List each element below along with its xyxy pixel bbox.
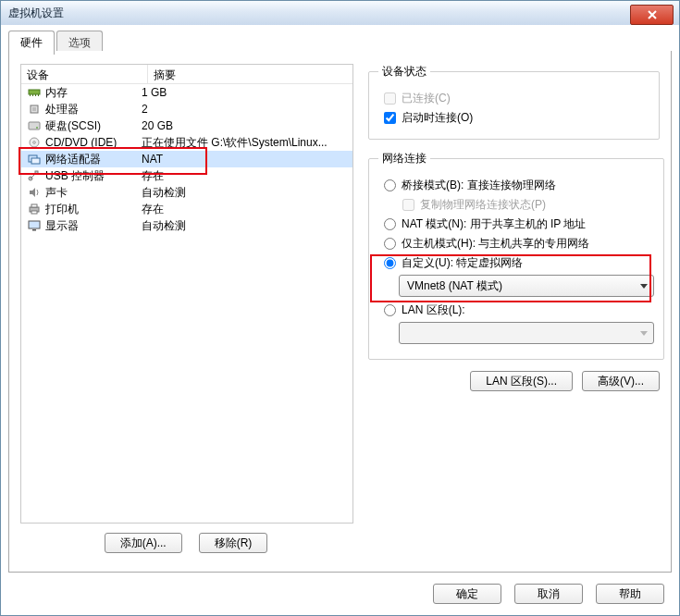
sound-icon [27, 186, 42, 199]
ok-button[interactable]: 确定 [433, 584, 501, 604]
usb-icon [27, 169, 42, 182]
replicate-checkbox [402, 199, 414, 211]
display-icon [27, 219, 42, 232]
svg-rect-12 [31, 158, 40, 164]
svg-rect-4 [38, 94, 39, 96]
svg-rect-14 [35, 171, 38, 174]
device-row[interactable]: 网络适配器NAT [21, 151, 352, 167]
connect-on-power-checkbox[interactable] [384, 112, 396, 124]
add-button[interactable]: 添加(A)... [105, 533, 182, 553]
bridged-radio-row[interactable]: 桥接模式(B): 直接连接物理网络 [384, 178, 654, 193]
device-row[interactable]: 打印机存在 [21, 201, 352, 217]
lan-segments-button[interactable]: LAN 区段(S)... [470, 371, 573, 391]
device-status-group: 设备状态 已连接(C) 启动时连接(O) [368, 64, 660, 140]
window-title: 虚拟机设置 [8, 6, 64, 21]
custom-network-combo[interactable]: VMnet8 (NAT 模式) [399, 275, 654, 297]
title-bar: 虚拟机设置 [1, 1, 679, 26]
nat-radio-row[interactable]: NAT 模式(N): 用于共享主机的 IP 地址 [384, 216, 654, 232]
device-summary: 自动检测 [136, 185, 352, 201]
col-summary[interactable]: 摘要 [148, 65, 352, 83]
replicate-label: 复制物理网络连接状态(P) [420, 197, 546, 213]
device-row[interactable]: 处理器2 [21, 101, 352, 117]
svg-rect-17 [31, 211, 37, 214]
nat-radio[interactable] [384, 218, 396, 230]
svg-rect-16 [31, 204, 37, 207]
device-row[interactable]: CD/DVD (IDE)正在使用文件 G:\软件\System\Linux... [21, 134, 352, 151]
lan-segment-radio-row[interactable]: LAN 区段(L): [384, 302, 654, 318]
col-device[interactable]: 设备 [21, 65, 148, 83]
custom-radio-row[interactable]: 自定义(U): 特定虚拟网络 [384, 255, 654, 271]
right-pane: 设备状态 已连接(C) 启动时连接(O) 网络连接 桥接模式( [368, 64, 660, 559]
connected-checkbox [384, 92, 396, 105]
network-connection-legend: 网络连接 [378, 151, 430, 166]
remove-button[interactable]: 移除(R) [199, 533, 268, 553]
help-button[interactable]: 帮助 [596, 584, 664, 604]
dialog-buttons: 确定 取消 帮助 [433, 584, 664, 604]
bridged-label: 桥接模式(B): 直接连接物理网络 [402, 178, 556, 193]
device-summary: 存在 [136, 202, 352, 217]
connected-checkbox-row: 已连接(C) [384, 91, 649, 106]
device-summary: NAT [136, 153, 352, 166]
nat-label: NAT 模式(N): 用于共享主机的 IP 地址 [402, 216, 586, 232]
svg-rect-2 [32, 94, 33, 96]
vm-settings-dialog: 虚拟机设置 硬件 选项 设备 摘要 内存1 GB处理器2硬盘(SCSI)20 G… [0, 0, 680, 616]
device-row[interactable]: 硬盘(SCSI)20 GB [21, 117, 352, 134]
cancel-button[interactable]: 取消 [514, 584, 583, 604]
tab-hardware[interactable]: 硬件 [8, 31, 55, 55]
device-name: 网络适配器 [45, 152, 136, 167]
printer-icon [27, 203, 42, 216]
custom-radio[interactable] [384, 257, 396, 269]
lan-segment-label: LAN 区段(L): [402, 302, 465, 318]
svg-rect-3 [35, 94, 36, 96]
hostonly-label: 仅主机模式(H): 与主机共享的专用网络 [402, 236, 589, 252]
device-row[interactable]: USB 控制器存在 [21, 167, 352, 184]
svg-rect-19 [32, 229, 36, 231]
svg-point-10 [33, 142, 36, 144]
cpu-icon [27, 103, 42, 116]
device-summary: 2 [136, 103, 352, 116]
device-list: 设备 摘要 内存1 GB处理器2硬盘(SCSI)20 GBCD/DVD (IDE… [20, 64, 353, 524]
device-name: 打印机 [45, 202, 136, 217]
device-summary: 存在 [136, 168, 352, 184]
device-buttons: 添加(A)... 移除(R) [20, 533, 352, 559]
net-icon [27, 153, 42, 166]
right-buttons: LAN 区段(S)... 高级(V)... [368, 371, 660, 391]
device-summary: 20 GB [136, 119, 352, 132]
memory-icon [27, 86, 42, 99]
device-name: 内存 [45, 85, 136, 101]
device-status-legend: 设备状态 [378, 64, 430, 80]
svg-rect-7 [29, 122, 40, 129]
bridged-radio[interactable] [384, 179, 396, 191]
connect-on-power-row[interactable]: 启动时连接(O) [384, 110, 649, 126]
lan-segment-radio[interactable] [384, 304, 396, 316]
connect-on-power-label: 启动时连接(O) [402, 110, 473, 126]
device-row[interactable]: 内存1 GB [21, 84, 352, 101]
svg-rect-6 [32, 107, 36, 111]
device-name: 声卡 [45, 185, 136, 201]
close-button[interactable] [630, 5, 674, 25]
lan-segment-combo [399, 322, 654, 344]
svg-rect-18 [29, 221, 40, 228]
custom-network-value: VMnet8 (NAT 模式) [407, 278, 502, 294]
connected-label: 已连接(C) [402, 91, 451, 106]
chevron-down-icon [640, 284, 648, 289]
device-summary: 正在使用文件 G:\软件\System\Linux... [136, 135, 352, 151]
hostonly-radio[interactable] [384, 238, 396, 250]
network-connection-group: 网络连接 桥接模式(B): 直接连接物理网络 复制物理网络连接状态(P) NAT… [368, 151, 664, 360]
replicate-checkbox-row: 复制物理网络连接状态(P) [402, 197, 654, 213]
device-row[interactable]: 声卡自动检测 [21, 184, 352, 201]
column-headers: 设备 摘要 [21, 65, 352, 84]
advanced-button[interactable]: 高级(V)... [582, 371, 660, 391]
device-summary: 自动检测 [136, 218, 352, 234]
cd-icon [27, 136, 42, 149]
chevron-down-icon [640, 331, 648, 336]
svg-rect-1 [30, 94, 31, 96]
close-icon [647, 10, 658, 19]
device-name: 处理器 [45, 102, 136, 117]
hostonly-radio-row[interactable]: 仅主机模式(H): 与主机共享的专用网络 [384, 236, 654, 252]
device-summary: 1 GB [136, 86, 352, 99]
device-name: 显示器 [45, 218, 136, 234]
device-row[interactable]: 显示器自动检测 [21, 217, 352, 234]
device-name: USB 控制器 [45, 168, 136, 184]
client-area: 硬件 选项 设备 摘要 内存1 GB处理器2硬盘(SCSI)20 GBCD/DV… [1, 25, 679, 615]
